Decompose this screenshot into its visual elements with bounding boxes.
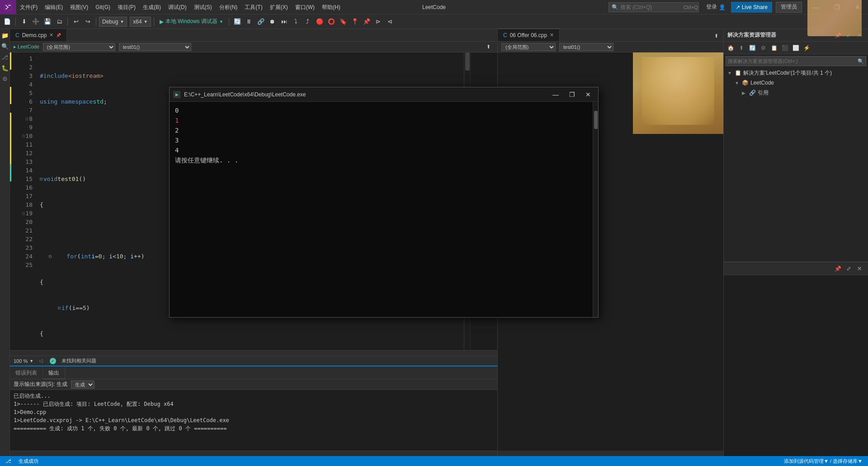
right-scrollbar[interactable]	[498, 451, 723, 456]
activity-search[interactable]: 🔍	[0, 42, 9, 51]
vs-logo	[0, 0, 16, 14]
second-panel-expand[interactable]: ⤢	[844, 264, 854, 274]
menu-build[interactable]: 生成(B)	[139, 0, 165, 14]
horizontal-scrollbar[interactable]	[10, 350, 497, 356]
global-search-input[interactable]	[620, 4, 684, 10]
activity-debug[interactable]: 🐛	[0, 63, 9, 72]
debug-more-3[interactable]: 📌	[361, 16, 372, 27]
expand-editor-button[interactable]: ⬆	[483, 42, 494, 52]
editor-toolbar: ▸ LeetCode (全局范围) test01() ⬆	[10, 42, 497, 52]
tab-demo-close[interactable]: ✕	[49, 32, 53, 38]
run-button[interactable]: ▶ 本地 Windows 调试器 ▼	[157, 16, 226, 27]
panel-toolbar-btn-8[interactable]: ⚡	[802, 43, 811, 53]
debug-attach-button[interactable]: 🔗	[255, 16, 266, 27]
second-panel-close[interactable]: ✕	[854, 264, 864, 274]
live-share-button[interactable]: ↗ Live Share	[731, 2, 772, 13]
tree-item-solution[interactable]: ▼ 📋 解决方案'LeetCode'(1个项目/共 1 个)	[724, 68, 868, 78]
tab-demo-cpp[interactable]: C Demo.cpp ✕ 📌	[10, 29, 67, 41]
git-pull-button[interactable]: ⬇	[19, 16, 29, 27]
gutter-17	[10, 190, 18, 199]
gutter-11	[10, 138, 18, 147]
menu-view[interactable]: 视图(V)	[66, 0, 92, 14]
tree-label-refs: 引用	[758, 89, 769, 97]
right-function-dropdown[interactable]: test01()	[559, 43, 613, 51]
status-git[interactable]: ⎇	[4, 456, 13, 466]
debug-pause-button[interactable]: ⏸	[244, 16, 255, 27]
arch-dropdown[interactable]: x64 ▼	[130, 17, 151, 27]
tree-item-refs[interactable]: ▶ 🔗 引用	[724, 88, 868, 98]
output-scrollbar-h[interactable]	[10, 451, 497, 456]
menu-file[interactable]: 文件(F)	[16, 0, 41, 14]
solution-search-box[interactable]: 🔍	[726, 56, 866, 66]
activity-explorer[interactable]: 📁	[0, 31, 9, 40]
solution-search-input[interactable]	[728, 58, 858, 64]
debug-more-1[interactable]: 🔖	[338, 16, 349, 27]
status-build-success[interactable]: 生成成功	[17, 456, 40, 466]
panel-toolbar-btn-7[interactable]: ⬜	[791, 43, 801, 53]
tab-offer-close[interactable]: ✕	[550, 32, 554, 38]
tab-errors[interactable]: 错误列表	[10, 366, 43, 379]
debug-step-over[interactable]: ⏭	[279, 16, 290, 27]
admin-button[interactable]: 管理员	[776, 2, 802, 13]
menu-git[interactable]: Git(G)	[92, 0, 114, 14]
debug-step-out[interactable]: ⤴	[302, 16, 313, 27]
panel-toolbar-btn-2[interactable]: ⬆	[736, 43, 746, 53]
debug-more-4[interactable]: ⊳	[373, 16, 384, 27]
project-selector[interactable]: ▸ LeetCode	[14, 44, 39, 50]
debug-more-5[interactable]: ⊲	[385, 16, 396, 27]
menu-debug[interactable]: 调试(D)	[165, 0, 190, 14]
save-button[interactable]: 💾	[42, 16, 53, 27]
right-scope-dropdown[interactable]: (全局范围)	[501, 43, 556, 51]
scrollbar-toggle[interactable]: ◁	[39, 358, 42, 364]
new-file-button[interactable]: 📄	[2, 16, 13, 27]
console-scrollbar[interactable]	[593, 102, 598, 317]
second-panel-pin[interactable]: 📌	[833, 264, 843, 274]
scrollbar-thumb[interactable]	[465, 52, 470, 71]
console-line-1: 0	[175, 105, 587, 115]
console-close-button[interactable]: ✕	[582, 88, 594, 101]
split-editor-button[interactable]: ⬆	[711, 30, 722, 41]
scope-dropdown[interactable]: (全局范围)	[43, 43, 115, 51]
tab-pin-icon[interactable]: 📌	[56, 33, 61, 38]
debug-bp-mgr[interactable]: 🔴	[314, 16, 325, 27]
menu-extensions[interactable]: 扩展(X)	[266, 0, 292, 14]
panel-toolbar-btn-1[interactable]: 🏠	[726, 43, 736, 53]
panel-toolbar-btn-3[interactable]: 🔄	[747, 43, 757, 53]
global-search-box[interactable]: 🔍 Ctrl+Q	[609, 2, 699, 12]
save-all-button[interactable]: 🗂	[54, 16, 65, 27]
function-dropdown[interactable]: test01()	[119, 43, 191, 51]
zoom-control[interactable]: 100 % ▼	[14, 358, 33, 364]
tab-output[interactable]: 输出	[43, 366, 65, 379]
menu-window[interactable]: 窗口(W)	[292, 0, 318, 14]
output-source-dropdown[interactable]: 生成	[71, 380, 94, 389]
menu-edit[interactable]: 编辑(E)	[41, 0, 66, 14]
activity-git[interactable]: ⎇	[0, 52, 9, 62]
status-add-source-control[interactable]: 添加到源代码管理▼ / 选择存储库▼	[782, 456, 864, 466]
panel-toolbar-btn-6[interactable]: ⬛	[780, 43, 790, 53]
login-button[interactable]: 登录 👤	[703, 2, 729, 13]
menu-tools[interactable]: 工具(T)	[241, 0, 266, 14]
add-to-source-button[interactable]: ➕	[30, 16, 41, 27]
console-scrollbar-thumb[interactable]	[594, 111, 598, 129]
redo-button[interactable]: ↪	[82, 16, 93, 27]
debug-bp-button[interactable]: ⏺	[267, 16, 278, 27]
debug-more-2[interactable]: 📍	[349, 16, 360, 27]
menu-help[interactable]: 帮助(H)	[318, 0, 344, 14]
menu-project[interactable]: 项目(P)	[114, 0, 139, 14]
panel-toolbar-btn-5[interactable]: 📋	[769, 43, 779, 53]
panel-toolbar-btn-4[interactable]: ⚙	[758, 43, 768, 53]
console-restore-button[interactable]: ❐	[566, 88, 578, 101]
debug-step-in[interactable]: ⤵	[291, 16, 302, 27]
debug-bp-clear[interactable]: ⭕	[326, 16, 337, 27]
activity-extensions[interactable]: ⚙	[0, 74, 9, 83]
menu-analyze[interactable]: 分析(N)	[216, 0, 241, 14]
tab-offer-cpp[interactable]: C 06 Offer 06.cpp ✕	[498, 29, 560, 41]
undo-button[interactable]: ↩	[71, 16, 81, 27]
tree-item-project[interactable]: ▼ 📦 LeetCode	[724, 78, 868, 88]
gutter-4	[10, 78, 18, 87]
debug-restart-button[interactable]: 🔄	[232, 16, 243, 27]
debug-config-dropdown[interactable]: Debug ▼	[99, 17, 127, 27]
console-minimize-button[interactable]: —	[549, 88, 562, 101]
right-tab-bar: C 06 Offer 06.cpp ✕ ⬆	[498, 29, 723, 42]
menu-test[interactable]: 测试(S)	[190, 0, 216, 14]
